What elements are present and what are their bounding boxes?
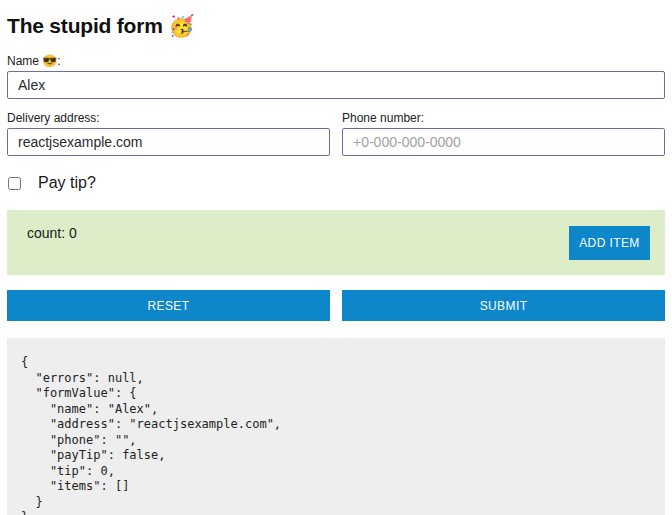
page-title: The stupid form 🥳 bbox=[7, 14, 665, 38]
submit-button[interactable]: SUBMIT bbox=[342, 290, 665, 321]
address-label: Delivery address: bbox=[7, 111, 330, 125]
name-label: Name 😎: bbox=[7, 54, 665, 68]
phone-input[interactable] bbox=[342, 128, 665, 156]
form-actions: RESET SUBMIT bbox=[7, 290, 665, 321]
add-item-button[interactable]: ADD ITEM bbox=[569, 226, 650, 260]
phone-label: Phone number: bbox=[342, 111, 665, 125]
pay-tip-row: Pay tip? bbox=[8, 174, 665, 192]
pay-tip-checkbox[interactable] bbox=[8, 177, 21, 190]
item-count-text: count: 0 bbox=[22, 222, 650, 241]
address-field-block: Delivery address: bbox=[7, 111, 330, 156]
items-panel: count: 0 ADD ITEM bbox=[7, 210, 665, 275]
address-phone-row: Delivery address: Phone number: bbox=[7, 111, 665, 156]
address-input[interactable] bbox=[7, 128, 330, 156]
name-input[interactable] bbox=[7, 71, 665, 99]
reset-button[interactable]: RESET bbox=[7, 290, 330, 321]
form-page: The stupid form 🥳 Name 😎: Delivery addre… bbox=[0, 0, 672, 515]
form-state-output-panel: { "errors": null, "formValue": { "name":… bbox=[7, 338, 665, 515]
name-field-block: Name 😎: bbox=[7, 54, 665, 99]
pay-tip-label: Pay tip? bbox=[38, 174, 96, 192]
phone-field-block: Phone number: bbox=[342, 111, 665, 156]
form-state-json: { "errors": null, "formValue": { "name":… bbox=[21, 355, 651, 515]
